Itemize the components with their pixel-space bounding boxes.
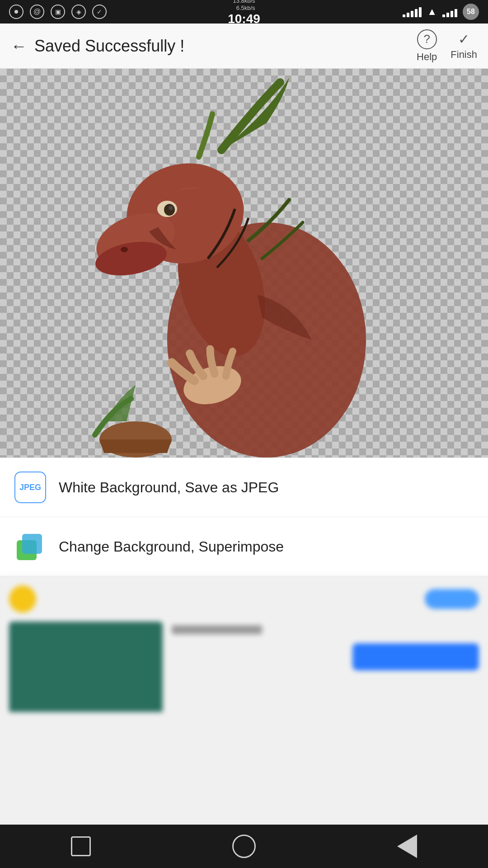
app-icon-2: @ xyxy=(30,5,44,19)
action-list: JPEG White Background, Save as JPEG Chan… xyxy=(0,458,488,576)
superimpose-action[interactable]: Change Background, Superimpose xyxy=(0,517,488,576)
ad-logo xyxy=(9,585,36,613)
canvas-area xyxy=(0,69,488,458)
svg-point-8 xyxy=(121,247,128,252)
ad-text-line xyxy=(172,625,262,634)
app-icon-3: ▣ xyxy=(51,5,65,19)
battery-badge: 58 xyxy=(463,4,479,20)
toolbar-actions: ? Help ✓ Finish xyxy=(417,29,477,63)
app-icon-1 xyxy=(9,5,23,19)
ad-blue-button xyxy=(352,643,479,670)
status-time: 10:49 xyxy=(228,12,260,26)
nav-bar xyxy=(0,825,488,868)
status-right-group: ▲ 58 xyxy=(403,4,479,20)
app-icon-4: ◈ xyxy=(71,5,86,19)
cell-signal-icon xyxy=(442,6,457,17)
status-time-block: 13.8kb/s 6.5kb/s 10:49 xyxy=(228,0,260,26)
jpeg-save-action[interactable]: JPEG White Background, Save as JPEG xyxy=(0,458,488,517)
ad-action-pill xyxy=(425,589,479,609)
wifi-icon: ▲ xyxy=(427,6,437,18)
ad-top-row xyxy=(9,585,479,613)
jpeg-action-label: White Background, Save as JPEG xyxy=(59,479,279,496)
checkmark-icon: ✓ xyxy=(458,31,469,47)
superimpose-icon xyxy=(14,531,46,562)
ad-bottom-row xyxy=(9,622,479,712)
toolbar: ← Saved Successfully ! ? Help ✓ Finish xyxy=(0,24,488,69)
back-arrow-icon: ← xyxy=(11,37,27,56)
help-button[interactable]: ? Help xyxy=(417,29,437,63)
nav-back-button[interactable] xyxy=(397,835,417,858)
finish-button[interactable]: ✓ Finish xyxy=(450,31,477,61)
back-button[interactable]: ← Saved Successfully ! xyxy=(11,37,408,56)
back-triangle-icon xyxy=(397,835,417,858)
superimpose-action-label: Change Background, Superimpose xyxy=(59,538,284,555)
status-icons-left: @ ▣ ◈ ✓ xyxy=(9,5,107,19)
dragon-artwork xyxy=(68,69,420,458)
app-icon-5: ✓ xyxy=(92,5,107,19)
jpeg-icon: JPEG xyxy=(14,472,46,503)
finish-label: Finish xyxy=(450,49,477,61)
home-icon xyxy=(71,836,91,856)
help-label: Help xyxy=(417,51,437,63)
svg-point-7 xyxy=(169,206,173,210)
signal-bars-icon xyxy=(403,6,422,17)
circle-icon xyxy=(232,835,256,858)
ad-image xyxy=(9,622,163,712)
layer-icon xyxy=(17,533,44,560)
jpeg-icon-text: JPEG xyxy=(19,483,41,492)
help-icon: ? xyxy=(417,29,437,49)
data-speed: 13.8kb/s 6.5kb/s xyxy=(233,0,255,12)
nav-home-button[interactable] xyxy=(71,836,91,856)
status-bar: @ ▣ ◈ ✓ 13.8kb/s 6.5kb/s 10:49 ▲ xyxy=(0,0,488,24)
layer-top xyxy=(22,534,42,554)
ad-section xyxy=(0,576,488,712)
toolbar-title: Saved Successfully ! xyxy=(34,37,184,56)
nav-circle-button[interactable] xyxy=(232,835,256,858)
